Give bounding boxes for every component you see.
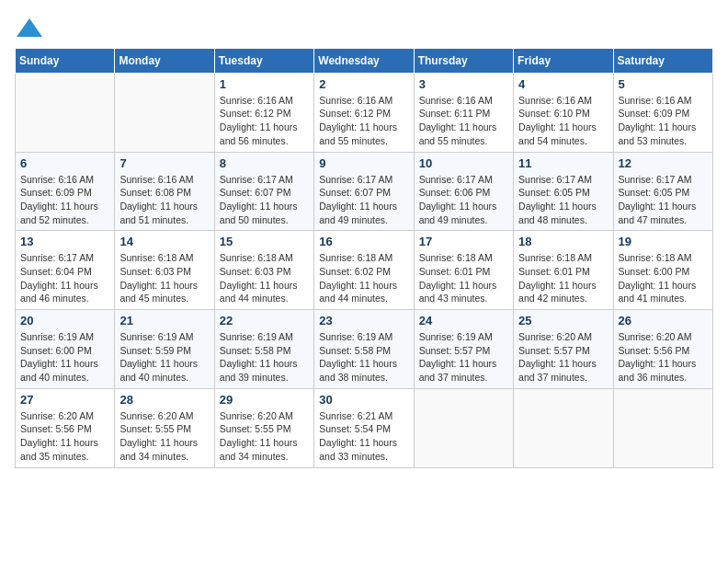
day-info: Sunrise: 6:16 AM Sunset: 6:11 PM Dayligh… xyxy=(419,94,508,148)
calendar-cell xyxy=(613,388,712,467)
day-number: 27 xyxy=(20,393,109,407)
day-number: 30 xyxy=(319,393,408,407)
day-info: Sunrise: 6:16 AM Sunset: 6:12 PM Dayligh… xyxy=(319,94,408,148)
page-header xyxy=(15,15,713,37)
day-info: Sunrise: 6:18 AM Sunset: 6:01 PM Dayligh… xyxy=(518,251,608,305)
calendar-header: SundayMondayTuesdayWednesdayThursdayFrid… xyxy=(16,48,713,73)
calendar-cell xyxy=(514,388,613,467)
day-info: Sunrise: 6:16 AM Sunset: 6:09 PM Dayligh… xyxy=(619,94,708,148)
svg-marker-0 xyxy=(17,18,42,37)
calendar-cell: 23Sunrise: 6:19 AM Sunset: 5:58 PM Dayli… xyxy=(314,310,414,389)
day-info: Sunrise: 6:18 AM Sunset: 6:03 PM Dayligh… xyxy=(119,251,209,305)
calendar-cell: 1Sunrise: 6:16 AM Sunset: 6:12 PM Daylig… xyxy=(214,73,313,152)
calendar-cell: 2Sunrise: 6:16 AM Sunset: 6:12 PM Daylig… xyxy=(314,73,414,152)
day-info: Sunrise: 6:19 AM Sunset: 5:58 PM Dayligh… xyxy=(319,330,408,385)
calendar-cell: 4Sunrise: 6:16 AM Sunset: 6:10 PM Daylig… xyxy=(514,73,613,152)
day-info: Sunrise: 6:17 AM Sunset: 6:05 PM Dayligh… xyxy=(518,173,608,227)
calendar-cell: 30Sunrise: 6:21 AM Sunset: 5:54 PM Dayli… xyxy=(314,388,414,467)
weekday-header: Sunday xyxy=(16,48,115,73)
day-number: 19 xyxy=(619,235,708,248)
day-number: 23 xyxy=(319,314,408,327)
calendar-cell: 20Sunrise: 6:19 AM Sunset: 6:00 PM Dayli… xyxy=(16,310,115,389)
day-info: Sunrise: 6:19 AM Sunset: 5:58 PM Dayligh… xyxy=(220,330,309,385)
day-info: Sunrise: 6:16 AM Sunset: 6:12 PM Dayligh… xyxy=(220,94,309,148)
weekday-header: Wednesday xyxy=(314,48,414,73)
day-info: Sunrise: 6:20 AM Sunset: 5:56 PM Dayligh… xyxy=(619,330,708,385)
logo-text xyxy=(15,15,42,37)
day-number: 20 xyxy=(20,314,109,327)
day-number: 26 xyxy=(619,314,708,327)
day-info: Sunrise: 6:20 AM Sunset: 5:55 PM Dayligh… xyxy=(119,409,209,464)
day-info: Sunrise: 6:17 AM Sunset: 6:07 PM Dayligh… xyxy=(220,173,309,227)
calendar-week: 6Sunrise: 6:16 AM Sunset: 6:09 PM Daylig… xyxy=(16,152,713,231)
day-info: Sunrise: 6:20 AM Sunset: 5:55 PM Dayligh… xyxy=(220,409,309,464)
day-info: Sunrise: 6:21 AM Sunset: 5:54 PM Dayligh… xyxy=(319,409,408,464)
day-number: 3 xyxy=(419,77,508,91)
calendar-cell: 14Sunrise: 6:18 AM Sunset: 6:03 PM Dayli… xyxy=(115,231,214,310)
day-info: Sunrise: 6:17 AM Sunset: 6:06 PM Dayligh… xyxy=(419,173,508,227)
calendar-cell: 25Sunrise: 6:20 AM Sunset: 5:57 PM Dayli… xyxy=(514,310,613,389)
calendar-cell: 5Sunrise: 6:16 AM Sunset: 6:09 PM Daylig… xyxy=(613,73,712,152)
day-info: Sunrise: 6:18 AM Sunset: 6:01 PM Dayligh… xyxy=(419,251,508,305)
day-number: 10 xyxy=(419,156,508,170)
logo-icon xyxy=(17,18,42,37)
day-number: 22 xyxy=(220,314,309,327)
weekday-header: Tuesday xyxy=(214,48,313,73)
day-info: Sunrise: 6:20 AM Sunset: 5:56 PM Dayligh… xyxy=(20,409,109,464)
day-info: Sunrise: 6:16 AM Sunset: 6:10 PM Dayligh… xyxy=(518,94,608,148)
day-info: Sunrise: 6:18 AM Sunset: 6:02 PM Dayligh… xyxy=(319,251,408,305)
day-number: 4 xyxy=(518,77,608,91)
day-number: 7 xyxy=(119,156,209,170)
calendar-cell: 13Sunrise: 6:17 AM Sunset: 6:04 PM Dayli… xyxy=(16,231,115,310)
calendar-cell: 27Sunrise: 6:20 AM Sunset: 5:56 PM Dayli… xyxy=(16,388,115,467)
day-info: Sunrise: 6:17 AM Sunset: 6:04 PM Dayligh… xyxy=(20,251,109,305)
day-number: 28 xyxy=(119,393,209,407)
day-number: 1 xyxy=(220,77,309,91)
day-number: 17 xyxy=(419,235,508,248)
day-info: Sunrise: 6:19 AM Sunset: 6:00 PM Dayligh… xyxy=(20,330,109,385)
weekday-header: Friday xyxy=(514,48,613,73)
calendar-week: 1Sunrise: 6:16 AM Sunset: 6:12 PM Daylig… xyxy=(16,73,713,152)
weekday-header: Thursday xyxy=(414,48,513,73)
calendar-cell: 10Sunrise: 6:17 AM Sunset: 6:06 PM Dayli… xyxy=(414,152,513,231)
day-number: 15 xyxy=(220,235,309,248)
day-info: Sunrise: 6:18 AM Sunset: 6:03 PM Dayligh… xyxy=(220,251,309,305)
calendar-week: 20Sunrise: 6:19 AM Sunset: 6:00 PM Dayli… xyxy=(16,310,713,389)
day-number: 25 xyxy=(518,314,608,327)
day-number: 13 xyxy=(20,235,109,248)
day-info: Sunrise: 6:20 AM Sunset: 5:57 PM Dayligh… xyxy=(518,330,608,385)
day-info: Sunrise: 6:17 AM Sunset: 6:05 PM Dayligh… xyxy=(619,173,708,227)
day-number: 5 xyxy=(619,77,708,91)
weekday-header: Monday xyxy=(115,48,214,73)
calendar-cell: 19Sunrise: 6:18 AM Sunset: 6:00 PM Dayli… xyxy=(613,231,712,310)
day-number: 2 xyxy=(319,77,408,91)
logo xyxy=(15,15,42,37)
calendar-cell: 24Sunrise: 6:19 AM Sunset: 5:57 PM Dayli… xyxy=(414,310,513,389)
day-number: 24 xyxy=(419,314,508,327)
calendar-cell: 7Sunrise: 6:16 AM Sunset: 6:08 PM Daylig… xyxy=(115,152,214,231)
day-info: Sunrise: 6:17 AM Sunset: 6:07 PM Dayligh… xyxy=(319,173,408,227)
calendar-cell: 6Sunrise: 6:16 AM Sunset: 6:09 PM Daylig… xyxy=(16,152,115,231)
day-number: 21 xyxy=(119,314,209,327)
day-number: 6 xyxy=(20,156,109,170)
calendar-cell: 28Sunrise: 6:20 AM Sunset: 5:55 PM Dayli… xyxy=(115,388,214,467)
calendar-cell: 26Sunrise: 6:20 AM Sunset: 5:56 PM Dayli… xyxy=(613,310,712,389)
day-number: 16 xyxy=(319,235,408,248)
calendar-cell: 22Sunrise: 6:19 AM Sunset: 5:58 PM Dayli… xyxy=(214,310,313,389)
calendar-cell: 12Sunrise: 6:17 AM Sunset: 6:05 PM Dayli… xyxy=(613,152,712,231)
calendar-cell: 17Sunrise: 6:18 AM Sunset: 6:01 PM Dayli… xyxy=(414,231,513,310)
calendar-cell: 8Sunrise: 6:17 AM Sunset: 6:07 PM Daylig… xyxy=(214,152,313,231)
calendar-cell xyxy=(16,73,115,152)
weekday-header: Saturday xyxy=(613,48,712,73)
day-info: Sunrise: 6:16 AM Sunset: 6:08 PM Dayligh… xyxy=(119,173,209,227)
day-info: Sunrise: 6:19 AM Sunset: 5:59 PM Dayligh… xyxy=(119,330,209,385)
calendar-cell: 11Sunrise: 6:17 AM Sunset: 6:05 PM Dayli… xyxy=(514,152,613,231)
day-info: Sunrise: 6:19 AM Sunset: 5:57 PM Dayligh… xyxy=(419,330,508,385)
calendar-cell xyxy=(115,73,214,152)
calendar-cell: 21Sunrise: 6:19 AM Sunset: 5:59 PM Dayli… xyxy=(115,310,214,389)
calendar-cell: 29Sunrise: 6:20 AM Sunset: 5:55 PM Dayli… xyxy=(214,388,313,467)
calendar-cell: 3Sunrise: 6:16 AM Sunset: 6:11 PM Daylig… xyxy=(414,73,513,152)
calendar-week: 27Sunrise: 6:20 AM Sunset: 5:56 PM Dayli… xyxy=(16,388,713,467)
calendar-cell: 16Sunrise: 6:18 AM Sunset: 6:02 PM Dayli… xyxy=(314,231,414,310)
day-info: Sunrise: 6:18 AM Sunset: 6:00 PM Dayligh… xyxy=(619,251,708,305)
